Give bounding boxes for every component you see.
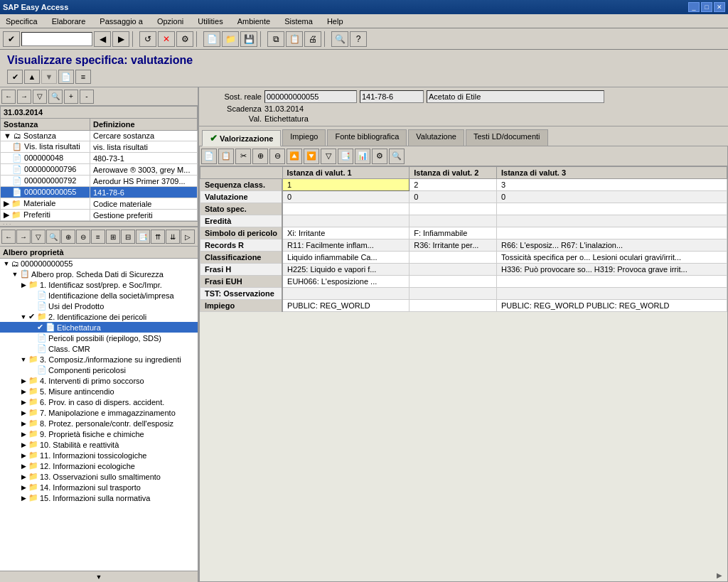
command-input[interactable]: [21, 32, 92, 46]
inner-btn4[interactable]: ⊕: [252, 149, 268, 164]
cell-sequenza-1[interactable]: [282, 179, 410, 191]
open-button[interactable]: 📁: [222, 31, 239, 47]
tree-node-4[interactable]: ▶ 📁 4. Interventi di primo soccorso: [0, 375, 198, 386]
lb-btn5[interactable]: ⊕: [61, 230, 75, 244]
left-add-btn[interactable]: +: [64, 90, 78, 104]
lb-btn8[interactable]: ⊞: [106, 230, 120, 244]
menu-specifica[interactable]: Specifica: [3, 16, 41, 27]
page-check-btn[interactable]: ✔: [7, 70, 23, 84]
tree-row[interactable]: 📋 Vis. lista risultati vis. lista risult…: [1, 141, 198, 153]
page-list-btn[interactable]: ≡: [75, 70, 91, 84]
lb-btn1[interactable]: ←: [1, 230, 16, 244]
tree-row[interactable]: 📄 000000048 480-73-1: [1, 153, 198, 164]
tree-row[interactable]: ▼ 🗂 Sostanza Cercare sostanza: [1, 131, 198, 141]
tree-node-12[interactable]: ▶ 📁 12. Informazioni ecologiche: [0, 460, 198, 471]
left-fwd-btn[interactable]: →: [17, 90, 31, 104]
menu-elaborare[interactable]: Elaborare: [49, 16, 89, 27]
tree-node-15[interactable]: ▶ 📁 15. Informazioni sulla normativa: [0, 492, 198, 503]
check-button[interactable]: ✔: [3, 31, 20, 47]
tree-node-2[interactable]: ▼ ✔ 📁 2. Identificazione dei pericoli: [0, 311, 198, 322]
tab-valutazione[interactable]: Valutazione: [408, 129, 464, 146]
lb-btn9[interactable]: ⊟: [121, 230, 135, 244]
sost-reale-code[interactable]: [264, 90, 357, 103]
copy-button[interactable]: ⧉: [267, 31, 284, 47]
tree-node-8[interactable]: ▶ 📁 8. Protez. personale/contr. dell'esp…: [0, 418, 198, 429]
left-back-btn[interactable]: ←: [1, 90, 16, 104]
lb-btn11[interactable]: ⇈: [151, 230, 165, 244]
page-doc-btn[interactable]: 📄: [58, 70, 74, 84]
prev-button[interactable]: ◀: [94, 31, 111, 47]
print-button[interactable]: 🖨: [304, 31, 321, 47]
new-button[interactable]: 📄: [203, 31, 220, 47]
lb-btn10[interactable]: 📑: [136, 230, 150, 244]
tree-row-selected[interactable]: 📄 000000000055 141-78-6: [1, 187, 198, 198]
tree-node-13[interactable]: ▶ 📁 13. Osservazioni sullo smaltimento: [0, 471, 198, 482]
tree-node-1[interactable]: ▶ 📁 1. Identificaz sost/prep. e Soc/Impr…: [0, 279, 198, 290]
inner-btn8[interactable]: ▽: [321, 149, 336, 164]
tree-row[interactable]: ▶ 📁 Materiale Codice materiale: [1, 198, 198, 210]
lb-btn3[interactable]: ▽: [31, 230, 46, 244]
refresh-button[interactable]: ↺: [139, 31, 156, 47]
page-down-btn[interactable]: ▼: [41, 70, 57, 84]
tree-node-1a[interactable]: 📄 Identificazione della società/impresa: [0, 290, 198, 301]
inner-btn2[interactable]: 📋: [218, 149, 234, 164]
tab-valorizzazione[interactable]: ✔ Valorizzazione: [202, 130, 281, 146]
help-button[interactable]: ?: [350, 31, 367, 47]
inner-btn3[interactable]: ✂: [235, 149, 251, 164]
inner-btn9[interactable]: 📑: [338, 149, 353, 164]
tree-node-1b[interactable]: 📄 Usi del Prodotto: [0, 301, 198, 311]
tree-node-3a[interactable]: 📄 Componenti pericolosi: [0, 365, 198, 375]
tree-row[interactable]: 📄 000000000792 Aerodur HS Primer 3709...: [1, 176, 198, 187]
lb-btn13[interactable]: ▷: [181, 230, 195, 244]
tree-row[interactable]: ▶ 📁 Preferiti Gestione preferiti: [1, 210, 198, 221]
tab-fonte[interactable]: Fonte bibliografica: [327, 129, 407, 146]
menu-opzioni[interactable]: Opzioni: [154, 16, 186, 27]
scroll-right-indicator[interactable]: ▶: [717, 571, 722, 579]
tree-node-14[interactable]: ▶ 📁 14. Informazioni sul trasporto: [0, 482, 198, 492]
stop-button[interactable]: ✕: [158, 31, 175, 47]
lb-btn7[interactable]: ≡: [91, 230, 105, 244]
tree-node-7[interactable]: ▶ 📁 7. Manipolazione e immagazzinamento: [0, 407, 198, 418]
inner-btn7[interactable]: 🔽: [304, 149, 319, 164]
left-remove-btn[interactable]: -: [80, 90, 94, 104]
minimize-button[interactable]: _: [688, 2, 700, 12]
tree-node-11[interactable]: ▶ 📁 11. Informazioni tossicologiche: [0, 450, 198, 460]
lb-btn12[interactable]: ⇊: [166, 230, 180, 244]
inner-btn6[interactable]: 🔼: [287, 149, 302, 164]
tree-node-etichettatura[interactable]: ✔ 📄 Etichettatura: [0, 322, 198, 333]
lb-btn2[interactable]: →: [16, 230, 31, 244]
lb-btn4[interactable]: 🔍: [46, 230, 60, 244]
inner-btn11[interactable]: ⚙: [372, 149, 387, 164]
tree-row[interactable]: 📄 000000000796 Aerowave ® 3003, grey M..…: [1, 164, 198, 176]
close-button[interactable]: ✕: [714, 2, 725, 12]
tab-impiego[interactable]: Impiego: [282, 129, 326, 146]
tree-node-10[interactable]: ▶ 📁 10. Stabilità e reattività: [0, 439, 198, 450]
inner-btn10[interactable]: 📊: [355, 149, 370, 164]
tree-node-root[interactable]: ▼ 🗂 000000000055: [0, 259, 198, 269]
maximize-button[interactable]: □: [701, 2, 712, 12]
next-button[interactable]: ▶: [112, 31, 129, 47]
property-tree-panel[interactable]: ▼ 🗂 000000000055 ▼ 📋 Albero prop. Scheda…: [0, 259, 198, 571]
lb-btn6[interactable]: ⊖: [76, 230, 90, 244]
menu-ambiente[interactable]: Ambiente: [235, 16, 273, 27]
tree-node-class-cmr[interactable]: 📄 Class. CMR: [0, 343, 198, 354]
tree-node-6[interactable]: ▶ 📁 6. Prov. in caso di dispers. acciden…: [0, 397, 198, 407]
settings-button[interactable]: ⚙: [176, 31, 193, 47]
sost-reale-id[interactable]: [360, 90, 424, 103]
save-button[interactable]: 💾: [240, 31, 257, 47]
tree-node-9[interactable]: ▶ 📁 9. Proprietà fisiche e chimiche: [0, 429, 198, 439]
page-up-btn[interactable]: ▲: [24, 70, 40, 84]
data-table-container[interactable]: Istanza di valut. 1 Istanza di valut. 2 …: [200, 166, 727, 581]
menu-utilities[interactable]: Utilities: [195, 16, 225, 27]
tree-node-3[interactable]: ▼ 📁 3. Composiz./informazione su ingredi…: [0, 354, 198, 365]
left-search-btn[interactable]: 🔍: [48, 90, 63, 104]
tab-testi[interactable]: Testi LD/documenti: [466, 129, 548, 146]
menu-sistema[interactable]: Sistema: [282, 16, 316, 27]
menu-help[interactable]: Help: [324, 16, 346, 27]
paste-button[interactable]: 📋: [286, 31, 303, 47]
tree-scroll-bottom[interactable]: ▼: [0, 571, 198, 582]
find-button[interactable]: 🔍: [331, 31, 348, 47]
tree-node-5[interactable]: ▶ 📁 5. Misure antincendio: [0, 386, 198, 397]
inner-btn12[interactable]: 🔍: [389, 149, 405, 164]
left-filter-btn[interactable]: ▽: [33, 90, 47, 104]
